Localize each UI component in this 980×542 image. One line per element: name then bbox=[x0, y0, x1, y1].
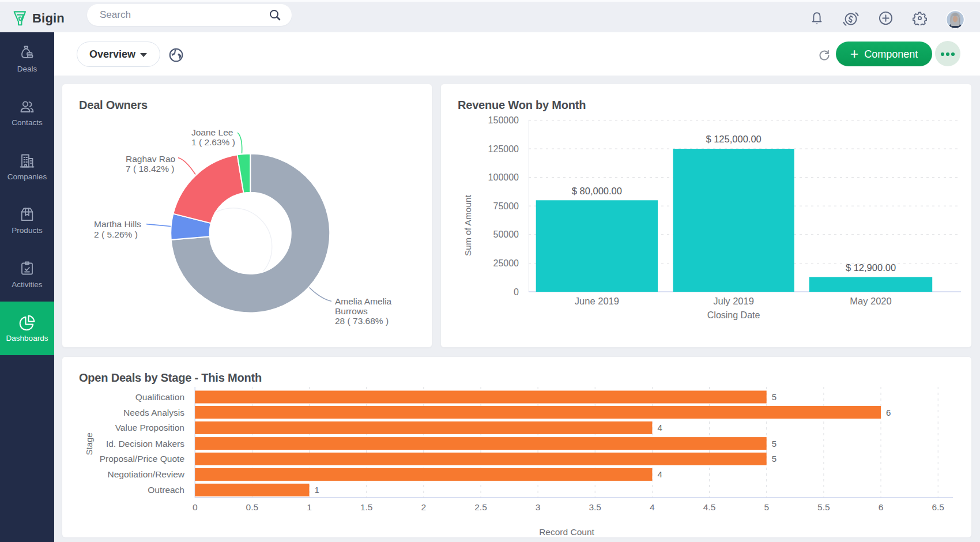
svg-text:3: 3 bbox=[536, 502, 541, 512]
svg-text:Sum of Amount: Sum of Amount bbox=[463, 194, 473, 256]
svg-text:Joane Lee: Joane Lee bbox=[191, 127, 233, 137]
svg-text:6: 6 bbox=[886, 408, 891, 417]
svg-text:2.5: 2.5 bbox=[474, 502, 487, 512]
svg-text:Record Count: Record Count bbox=[539, 527, 594, 537]
svg-text:Closing Date: Closing Date bbox=[707, 310, 760, 320]
svg-text:6.5: 6.5 bbox=[932, 502, 944, 512]
svg-text:Negotiation/Review: Negotiation/Review bbox=[107, 469, 184, 479]
svg-text:150000: 150000 bbox=[488, 115, 519, 125]
svg-text:4: 4 bbox=[650, 502, 655, 512]
svg-text:28 ( 73.68% ): 28 ( 73.68% ) bbox=[335, 316, 389, 326]
svg-text:0.5: 0.5 bbox=[246, 502, 259, 512]
svg-text:Martha Hills: Martha Hills bbox=[94, 219, 141, 229]
svg-text:Outreach: Outreach bbox=[148, 485, 184, 495]
svg-text:7 ( 18.42% ): 7 ( 18.42% ) bbox=[126, 164, 174, 174]
svg-text:Amelia Amelia: Amelia Amelia bbox=[335, 296, 392, 306]
svg-text:6: 6 bbox=[879, 502, 884, 512]
svg-text:3.5: 3.5 bbox=[589, 502, 601, 512]
svg-text:5.5: 5.5 bbox=[817, 502, 830, 512]
svg-text:75000: 75000 bbox=[493, 201, 519, 211]
svg-text:Stage: Stage bbox=[84, 432, 94, 455]
svg-text:$ 12,900.00: $ 12,900.00 bbox=[846, 262, 896, 273]
svg-text:June 2019: June 2019 bbox=[575, 296, 619, 306]
svg-text:Id. Decision Makers: Id. Decision Makers bbox=[106, 439, 184, 449]
svg-text:50000: 50000 bbox=[493, 229, 519, 239]
svg-text:5: 5 bbox=[772, 454, 777, 464]
svg-text:2: 2 bbox=[421, 502, 426, 512]
svg-text:1 ( 2.63% ): 1 ( 2.63% ) bbox=[191, 137, 235, 147]
svg-text:Value Proposition: Value Proposition bbox=[115, 423, 184, 432]
svg-text:Raghav Rao: Raghav Rao bbox=[126, 154, 175, 164]
svg-text:1.5: 1.5 bbox=[360, 502, 373, 512]
svg-text:0: 0 bbox=[193, 502, 198, 512]
svg-text:5: 5 bbox=[772, 439, 777, 449]
svg-text:1: 1 bbox=[315, 485, 319, 495]
svg-text:4.5: 4.5 bbox=[703, 502, 716, 512]
svg-text:Proposal/Price Quote: Proposal/Price Quote bbox=[100, 454, 184, 464]
svg-text:Qualification: Qualification bbox=[135, 392, 184, 402]
svg-text:Burrows: Burrows bbox=[335, 306, 368, 316]
svg-text:2 ( 5.26% ): 2 ( 5.26% ) bbox=[94, 229, 138, 239]
svg-text:Needs Analysis: Needs Analysis bbox=[123, 408, 184, 417]
svg-text:100000: 100000 bbox=[488, 172, 519, 182]
svg-text:May 2020: May 2020 bbox=[850, 296, 891, 306]
svg-text:4: 4 bbox=[657, 423, 662, 432]
svg-text:$ 80,000.00: $ 80,000.00 bbox=[572, 186, 622, 196]
svg-text:5: 5 bbox=[764, 502, 769, 512]
svg-text:July 2019: July 2019 bbox=[713, 296, 754, 306]
svg-text:1: 1 bbox=[307, 502, 312, 512]
svg-text:25000: 25000 bbox=[493, 258, 519, 268]
svg-text:0: 0 bbox=[514, 287, 519, 297]
svg-text:4: 4 bbox=[657, 469, 662, 479]
svg-text:5: 5 bbox=[772, 392, 777, 402]
svg-text:$ 125,000.00: $ 125,000.00 bbox=[706, 134, 761, 144]
svg-text:125000: 125000 bbox=[488, 144, 519, 154]
